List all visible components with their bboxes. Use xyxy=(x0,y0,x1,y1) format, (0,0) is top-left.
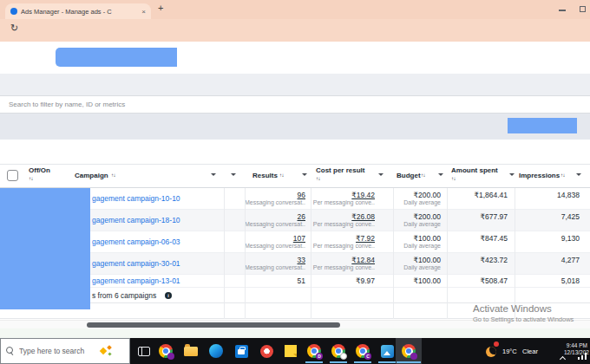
campaign-link[interactable]: gagement campaign-30-01 xyxy=(92,259,180,268)
results-value[interactable]: 96 xyxy=(298,191,305,199)
browser-tab-strip: Ads Manager - Manage ads - C × + xyxy=(0,0,590,19)
new-tab-button[interactable]: + xyxy=(158,3,163,13)
weather-moon-icon[interactable] xyxy=(486,347,496,357)
sort-icon[interactable]: ↑↓ xyxy=(29,176,33,181)
cost-per-result-subtext: Per messaging conve.. xyxy=(313,243,375,249)
chevron-down-icon[interactable] xyxy=(211,173,216,176)
chrome-icon xyxy=(402,344,416,358)
cost-per-result-value[interactable]: ₹19.42 xyxy=(351,191,375,199)
search-input[interactable] xyxy=(9,96,442,113)
budget-value: ₹200.00 xyxy=(414,191,441,199)
impressions-value: 9,130 xyxy=(561,234,580,243)
select-all-checkbox[interactable] xyxy=(7,170,18,181)
column-header-cost-per-result[interactable]: Cost per result xyxy=(316,166,364,174)
paint-icon xyxy=(260,345,273,358)
column-divider xyxy=(224,188,225,319)
column-header-campaign[interactable]: Campaign xyxy=(75,172,108,179)
impressions-value: 5,018 xyxy=(561,276,580,285)
sort-icon: ↑↓ xyxy=(421,172,425,178)
taskbar-search-input[interactable] xyxy=(19,347,95,355)
taskbar-clock[interactable]: 9:44 PM 12/13/202 xyxy=(564,342,587,356)
horizontal-scrollbar-thumb[interactable] xyxy=(87,322,340,328)
table-action-bar: + Create Duplicate ✎ Edit ⚗ A/B test Mor xyxy=(0,140,590,164)
campaign-link[interactable]: gagement campaign-18-10 xyxy=(92,216,180,224)
chevron-down-icon[interactable] xyxy=(509,173,515,176)
campaign-link[interactable]: gagement campaign-06-03 xyxy=(92,237,180,246)
taskbar-chrome-profile-2-button[interactable] xyxy=(329,341,348,361)
taskbar-file-explorer-button[interactable] xyxy=(181,341,200,361)
table-search-bar xyxy=(0,95,590,114)
open-app-indicator xyxy=(378,361,396,363)
results-subtext: Messaging conversat.. xyxy=(245,221,305,227)
sort-icon: ↑↓ xyxy=(279,172,284,178)
file-explorer-icon xyxy=(184,347,198,356)
redaction-overlay xyxy=(508,118,577,133)
results-value[interactable]: 33 xyxy=(298,256,305,264)
task-view-button[interactable] xyxy=(134,341,154,361)
chevron-down-icon[interactable] xyxy=(438,173,443,176)
taskbar-edge-button[interactable] xyxy=(206,341,226,361)
column-header-amount-spent[interactable]: Amount spent xyxy=(451,166,498,174)
reload-icon[interactable]: ↻ xyxy=(10,23,18,34)
taskbar-photos-button[interactable] xyxy=(377,341,397,361)
taskbar-chrome-active-button[interactable] xyxy=(399,341,418,361)
column-header-off-on[interactable]: Off/On xyxy=(29,166,50,174)
taskbar-search-box[interactable] xyxy=(0,338,130,364)
level-tabs: Campaigns Ad sets Ads Maximum: 13 N xyxy=(0,114,590,140)
sticky-notes-icon xyxy=(285,345,297,357)
window-minimize-button[interactable] xyxy=(559,10,566,11)
amount-spent-value: ₹423.72 xyxy=(481,256,508,264)
budget-subtext: Daily average xyxy=(403,264,441,270)
desktop-strip xyxy=(0,328,590,338)
taskbar-paint-button[interactable] xyxy=(257,341,276,361)
results-subtext: Messaging conversat.. xyxy=(245,199,305,205)
budget-subtext: Daily average xyxy=(403,199,441,205)
taskbar-chrome-button[interactable] xyxy=(156,341,175,361)
search-icon xyxy=(6,347,15,355)
window-maximize-button[interactable] xyxy=(580,6,586,12)
campaign-link[interactable]: gagement campaign-10-10 xyxy=(92,194,180,203)
taskbar-sticky-notes-button[interactable] xyxy=(281,341,300,361)
cost-per-result-value[interactable]: ₹12.84 xyxy=(351,256,375,264)
amount-spent-value: ₹1,864.41 xyxy=(475,191,508,199)
tab-close-icon[interactable]: × xyxy=(141,8,146,16)
cost-per-result-value[interactable]: ₹7.92 xyxy=(356,234,375,243)
photos-icon xyxy=(381,345,394,358)
column-header-impressions[interactable]: Impressions xyxy=(519,172,560,179)
amount-spent-value: ₹508.47 xyxy=(481,276,508,285)
results-value[interactable]: 26 xyxy=(298,212,305,221)
budget-subtext: Daily average xyxy=(403,243,441,249)
campaign-link[interactable]: gagement campaign-13-01 xyxy=(92,276,180,285)
taskbar-chrome-profile-c-button[interactable]: C xyxy=(353,341,372,361)
taskbar-chrome-profile-d-button[interactable]: D xyxy=(305,341,324,361)
results-value[interactable]: 107 xyxy=(293,234,305,243)
activate-windows-subtext: Go to Settings to activate Windows xyxy=(473,315,574,323)
open-app-indicator xyxy=(305,361,323,363)
cost-per-result-value[interactable]: ₹26.08 xyxy=(351,212,375,221)
info-icon[interactable]: i xyxy=(165,292,172,299)
cost-per-result-value: ₹9.97 xyxy=(356,276,375,285)
weather-condition[interactable]: Clear xyxy=(522,348,538,355)
chevron-down-icon[interactable] xyxy=(302,173,307,176)
taskbar-store-button[interactable] xyxy=(232,341,251,361)
column-header-budget[interactable]: Budget xyxy=(397,172,421,179)
sort-icon: ↑↓ xyxy=(451,176,456,181)
activate-windows-watermark: Activate Windows xyxy=(473,303,552,314)
summary-text: s from 6 campaigns xyxy=(92,291,156,300)
chevron-down-icon[interactable] xyxy=(576,173,581,176)
column-divider xyxy=(447,188,448,319)
open-app-indicator xyxy=(330,361,347,363)
impressions-value: 14,838 xyxy=(557,191,580,199)
chrome-icon xyxy=(331,344,345,358)
chrome-icon: C xyxy=(356,344,370,358)
weather-temperature[interactable]: 19°C xyxy=(502,348,517,355)
results-value[interactable]: 51 xyxy=(298,276,305,285)
chevron-down-icon[interactable] xyxy=(378,173,384,176)
redaction-overlay xyxy=(56,48,177,67)
chevron-down-icon[interactable] xyxy=(231,173,236,176)
results-subtext: Messaging conversat.. xyxy=(245,243,305,249)
redaction-overlay xyxy=(0,188,90,309)
browser-tab[interactable]: Ads Manager - Manage ads - C × xyxy=(5,3,151,19)
column-divider xyxy=(515,188,515,319)
column-header-results[interactable]: Results xyxy=(252,172,278,179)
